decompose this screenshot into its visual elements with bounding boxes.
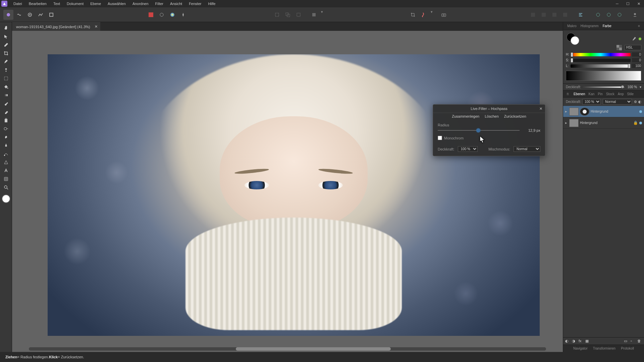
document-close-icon[interactable]: ✕ — [95, 24, 98, 29]
assist-btn[interactable] — [419, 10, 429, 20]
monochrome-checkbox[interactable]: Monochrom — [438, 136, 540, 140]
sync-3[interactable] — [614, 10, 625, 20]
opacity-dropdown-icon[interactable]: ▾ — [640, 85, 641, 89]
gradient-tool[interactable] — [1, 91, 11, 99]
layerfoot-add-icon[interactable]: ▫ — [631, 339, 635, 344]
menu-fenster[interactable]: Fenster — [185, 2, 205, 6]
live-filter-dialog[interactable]: Live-Filter – Hochpass ✕ Zusammenlegen L… — [433, 104, 545, 156]
account-btn[interactable] — [630, 10, 640, 20]
arrange-2[interactable] — [539, 10, 549, 20]
crop-btn[interactable] — [408, 10, 418, 20]
window-close[interactable]: ✕ — [633, 0, 644, 7]
dialog-titlebar[interactable]: Live-Filter – Hochpass ✕ — [433, 105, 545, 113]
opacity-grid-icon[interactable] — [616, 45, 622, 50]
color-picker-tool[interactable] — [1, 41, 11, 49]
sat-slider[interactable] — [571, 59, 631, 62]
selection-sub[interactable] — [293, 10, 304, 20]
clone-tool[interactable] — [1, 116, 11, 124]
sat-value[interactable]: 0 — [632, 58, 641, 62]
color-mode-select[interactable]: HSL — [625, 45, 641, 50]
menu-datei[interactable]: Datei — [10, 2, 25, 6]
hue-value[interactable]: 0 — [632, 52, 641, 57]
paint-brush-tool[interactable] — [1, 100, 11, 108]
layerfoot-fx-icon[interactable]: fx — [579, 339, 583, 344]
radius-slider[interactable] — [438, 130, 520, 131]
node-tool[interactable] — [1, 150, 11, 158]
layer-visible-dot[interactable] — [639, 110, 642, 113]
persona-photo[interactable] — [3, 10, 13, 20]
dialog-reset[interactable]: Zurücksetzen — [504, 114, 526, 118]
persona-export[interactable] — [46, 10, 56, 20]
text-tool[interactable] — [1, 167, 11, 175]
dodge-tool[interactable] — [1, 125, 11, 133]
layer-fx-icon[interactable]: ⚙ — [634, 100, 637, 104]
layer-lock-icon[interactable]: 🔒 — [633, 121, 638, 125]
dropdown-arrow-2[interactable]: ▾ — [431, 10, 433, 20]
gradient-preview[interactable] — [566, 71, 641, 81]
smudge-tool[interactable] — [1, 133, 11, 141]
dialog-close-icon[interactable]: ✕ — [539, 107, 542, 111]
color-swatches[interactable] — [566, 33, 641, 45]
arrange-1[interactable] — [528, 10, 538, 20]
layer-adj-icon[interactable]: ◐ — [638, 100, 641, 104]
autocolor[interactable] — [178, 10, 188, 20]
align-btn[interactable] — [576, 10, 586, 20]
menu-hilfe[interactable]: Hilfe — [205, 2, 219, 6]
dialog-delete[interactable]: Löschen — [485, 114, 499, 118]
sync-1[interactable] — [593, 10, 603, 20]
selection-brush-tool[interactable] — [1, 58, 11, 66]
tab-pin[interactable]: Pin — [596, 92, 604, 96]
persona-tone[interactable] — [36, 10, 46, 20]
crop-tool[interactable] — [1, 49, 11, 57]
tab-protokoll[interactable]: Protokoll — [618, 347, 637, 350]
tab-anp[interactable]: Anp — [616, 92, 626, 96]
tab-kan[interactable]: Kan — [587, 92, 596, 96]
mesh-tool[interactable] — [1, 175, 11, 183]
flood-select-tool[interactable] — [1, 66, 11, 74]
hue-slider[interactable] — [571, 53, 631, 56]
layer-mask-thumb[interactable] — [580, 108, 589, 116]
menu-bearbeiten[interactable]: Bearbeiten — [25, 2, 50, 6]
snapshot-btn[interactable] — [439, 10, 449, 20]
layer-opacity-select[interactable]: 100 % — [582, 99, 601, 105]
tab-histogramm[interactable]: Histogramm — [579, 24, 601, 28]
arrange-3[interactable] — [549, 10, 559, 20]
layer-blend-select[interactable]: Normal — [603, 99, 632, 105]
panel-menu-icon[interactable]: ≡ — [636, 24, 642, 28]
document-tab[interactable]: woman-1919143_640.jpg [Geändert] (41.3%)… — [12, 22, 100, 31]
sync-2[interactable] — [604, 10, 614, 20]
opacity-value[interactable]: 100 % — [626, 85, 638, 89]
tab-farbe[interactable]: Farbe — [601, 24, 613, 28]
dialog-opacity-select[interactable]: 100 % — [458, 146, 478, 152]
move-tool[interactable] — [1, 33, 11, 41]
shape-tool[interactable] — [1, 158, 11, 166]
dropdown-arrow[interactable]: ▾ — [321, 10, 323, 20]
light-value[interactable]: 100 — [632, 64, 641, 68]
eyedropper-icon[interactable] — [631, 36, 637, 42]
eyedrop-circle[interactable] — [157, 10, 167, 20]
layer-row-1[interactable]: ▸ Hintergrund 🔒 — [563, 117, 644, 129]
layer-lock-icon[interactable]: ⎘ — [565, 92, 571, 96]
canvas[interactable] — [12, 31, 563, 352]
menu-dokument[interactable]: Dokument — [63, 2, 87, 6]
persona-liquify[interactable] — [14, 10, 24, 20]
layerfoot-crop-icon[interactable]: ▦ — [585, 339, 590, 344]
arrange-4[interactable] — [560, 10, 570, 20]
window-maximize[interactable]: ☐ — [623, 0, 633, 7]
flood-fill-tool[interactable] — [1, 83, 11, 91]
tab-makro[interactable]: Makro — [565, 24, 579, 28]
menu-anordnen[interactable]: Anordnen — [129, 2, 152, 6]
tab-stile[interactable]: Stile — [626, 92, 635, 96]
dialog-blend-select[interactable]: Normal — [514, 146, 540, 152]
horizontal-scrollbar[interactable] — [29, 347, 546, 351]
menu-filter[interactable]: Filter — [152, 2, 167, 6]
radius-value[interactable]: 12,9 px — [522, 128, 540, 132]
swatch-red[interactable] — [146, 10, 156, 20]
color-wheel[interactable] — [167, 10, 177, 20]
color-swatch[interactable] — [2, 194, 10, 203]
layer-expand-icon[interactable]: ▸ — [565, 121, 569, 125]
layer-expand-icon[interactable]: ▸ — [565, 109, 569, 114]
menu-ebene[interactable]: Ebene — [87, 2, 104, 6]
dialog-merge[interactable]: Zusammenlegen — [452, 114, 479, 118]
layerfoot-group-icon[interactable]: ▭ — [624, 339, 629, 344]
